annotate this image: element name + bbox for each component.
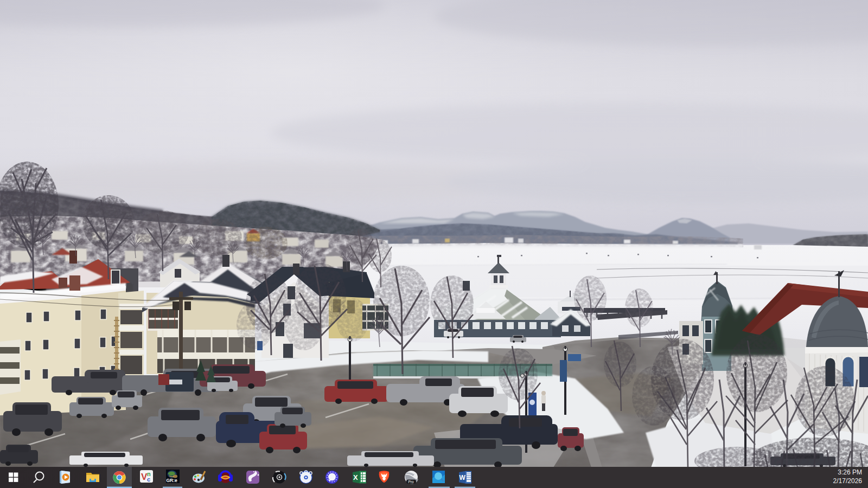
svg-text:c: c bbox=[147, 476, 150, 483]
svg-text:W: W bbox=[459, 474, 466, 481]
svg-text:Pro: Pro bbox=[409, 480, 414, 484]
svg-text:GR:e: GR:e bbox=[167, 478, 178, 483]
svg-text:X: X bbox=[353, 473, 358, 481]
